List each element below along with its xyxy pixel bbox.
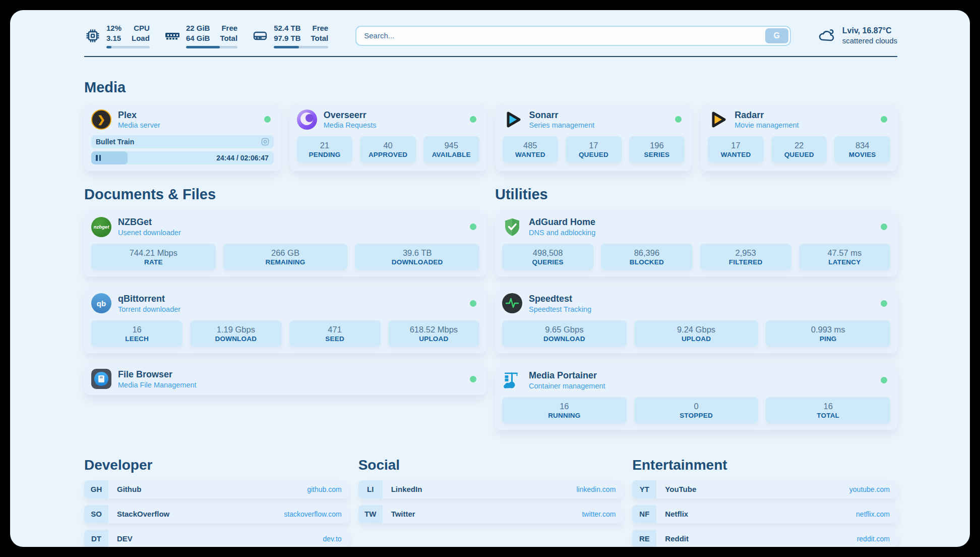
app-title: AdGuard Home <box>529 216 595 228</box>
app-subtitle: DNS and adblocking <box>529 228 595 237</box>
status-dot <box>470 224 476 230</box>
ram-widget: 22 GiB 64 GiB Free Total <box>164 23 237 48</box>
link-badge: RE <box>632 530 656 547</box>
app-title: Speedtest <box>529 293 591 305</box>
stat-stopped: 0 STOPPED <box>634 397 759 423</box>
ram-free-label: Free <box>220 23 237 33</box>
stat-filtered: 2,953 FILTERED <box>700 244 791 270</box>
cpu-percent: 12% <box>106 23 121 33</box>
card-sonarr[interactable]: Sonarr Series management 485 WANTED 17 Q… <box>496 103 692 172</box>
playback-time: 24:44 / 02:06:47 <box>216 151 269 164</box>
stat-wanted: 17 WANTED <box>708 136 764 162</box>
cpu-widget: 12% 3.15 CPU Load <box>84 23 150 48</box>
stat-leech: 16 LEECH <box>91 320 182 347</box>
nzbget-icon: nzbget <box>91 217 111 237</box>
search-input[interactable] <box>355 26 791 46</box>
ram-progress-fill <box>186 46 220 48</box>
stat-series: 196 SERIES <box>629 136 685 162</box>
link-netflix[interactable]: NF Netflix netflix.com <box>632 505 897 523</box>
disk-free-value: 52.4 TB <box>274 23 300 33</box>
stat-available: 945 AVAILABLE <box>423 136 479 162</box>
section-media: Media ❯ Plex Media server Bullet Train <box>84 79 897 172</box>
app-title: Plex <box>118 109 160 121</box>
screen-frame: 12% 3.15 CPU Load <box>0 0 980 557</box>
overseerr-icon <box>297 109 317 130</box>
search-engine-button[interactable]: G <box>765 28 788 43</box>
cpu-load-value: 3.15 <box>106 33 121 43</box>
status-dot <box>470 116 476 123</box>
link-stackoverflow[interactable]: SO StackOverflow stackoverflow.com <box>84 505 349 523</box>
app-title: Media Portainer <box>529 370 605 381</box>
card-nzbget[interactable]: nzbget NZBGet Usenet downloader 744.21 M… <box>84 210 486 276</box>
status-dot <box>470 376 476 382</box>
disk-progress-bar <box>274 46 328 48</box>
app-title: Sonarr <box>529 109 595 121</box>
link-youtube[interactable]: YT YouTube youtube.com <box>632 480 897 498</box>
card-portainer[interactable]: Media Portainer Container management 16 … <box>495 363 897 430</box>
stat-pending: 21 PENDING <box>297 136 353 162</box>
disk-free-label: Free <box>311 23 328 33</box>
stat-remaining: 266 GB REMAINING <box>223 244 348 270</box>
disk-progress-fill <box>274 46 299 48</box>
ram-total-label: Total <box>220 33 237 43</box>
weather-location: Lviv, 16.87°C <box>842 26 897 36</box>
now-playing-row: Bullet Train <box>91 135 274 148</box>
cpu-progress-fill <box>106 46 111 48</box>
app-title: Radarr <box>734 109 799 121</box>
stat-seed: 471 SEED <box>289 320 381 347</box>
stat-latency: 47.57 ms LATENCY <box>799 244 890 270</box>
playback-progress-bar: 24:44 / 02:06:47 <box>91 151 274 164</box>
card-plex[interactable]: ❯ Plex Media server Bullet Train <box>84 103 281 172</box>
stat-upload: 9.24 Gbps UPLOAD <box>634 320 759 347</box>
ram-icon <box>164 27 181 44</box>
section-social: Social LI LinkedIn linkedin.com TW Twitt… <box>358 457 624 547</box>
sonarr-icon <box>503 109 523 130</box>
search-bar: G <box>355 26 791 46</box>
stat-downloaded: 39.6 TB DOWNLOADED <box>355 244 479 270</box>
card-overseerr[interactable]: Overseerr Media Requests 21 PENDING 40 A… <box>290 103 486 172</box>
card-adguard[interactable]: AdGuard Home DNS and adblocking 498,508 … <box>495 210 897 276</box>
card-qbittorrent[interactable]: qb qBittorrent Torrent downloader 16 LEE… <box>84 287 486 353</box>
link-github[interactable]: GH Github github.com <box>84 480 349 498</box>
card-radarr[interactable]: Radarr Movie management 17 WANTED 22 QUE… <box>701 103 897 172</box>
link-badge: YT <box>632 480 656 498</box>
filebrowser-icon <box>91 369 111 389</box>
app-subtitle: Container management <box>529 381 605 391</box>
link-reddit[interactable]: RE Reddit reddit.com <box>632 530 897 547</box>
ram-progress-bar <box>186 46 237 48</box>
link-dev[interactable]: DT DEV dev.to <box>84 530 349 547</box>
app-subtitle: Usenet downloader <box>118 228 181 237</box>
card-filebrowser[interactable]: File Browser Media File Management <box>84 363 486 395</box>
status-dot <box>470 300 476 307</box>
status-dot <box>881 116 887 123</box>
stat-rate: 744.21 Mbps RATE <box>91 244 216 270</box>
section-utilities: Utilities AdGuard Home <box>495 186 897 430</box>
app-subtitle: Torrent downloader <box>118 305 180 314</box>
speedtest-pulse-icon <box>502 293 522 313</box>
card-speedtest[interactable]: Speedtest Speedtest Tracking 9.65 Gbps D… <box>495 287 897 353</box>
app-title: NZBGet <box>118 216 181 228</box>
stat-queued: 17 QUEUED <box>566 136 622 162</box>
section-title-entertainment: Entertainment <box>632 457 897 473</box>
status-dot <box>881 300 887 307</box>
link-twitter[interactable]: TW Twitter twitter.com <box>358 505 624 523</box>
adguard-shield-icon <box>502 217 522 237</box>
link-linkedin[interactable]: LI LinkedIn linkedin.com <box>358 480 624 498</box>
cast-icon[interactable] <box>261 138 269 146</box>
section-title-media: Media <box>84 79 897 96</box>
link-badge: LI <box>358 480 383 498</box>
app-subtitle: Speedtest Tracking <box>529 305 591 314</box>
cpu-load-label: Load <box>132 33 150 43</box>
link-badge: TW <box>358 505 383 523</box>
section-title-developer: Developer <box>84 457 349 473</box>
cpu-label: CPU <box>132 23 150 33</box>
stat-wanted: 485 WANTED <box>503 136 559 162</box>
stat-blocked: 86,396 BLOCKED <box>601 244 692 270</box>
app-title: Overseerr <box>324 109 377 121</box>
radarr-icon <box>708 109 728 130</box>
cpu-chip-icon <box>84 27 101 44</box>
link-badge: GH <box>84 480 108 498</box>
link-badge: SO <box>84 505 108 523</box>
section-entertainment: Entertainment YT YouTube youtube.com NF … <box>632 457 897 547</box>
cpu-progress-bar <box>106 46 150 48</box>
